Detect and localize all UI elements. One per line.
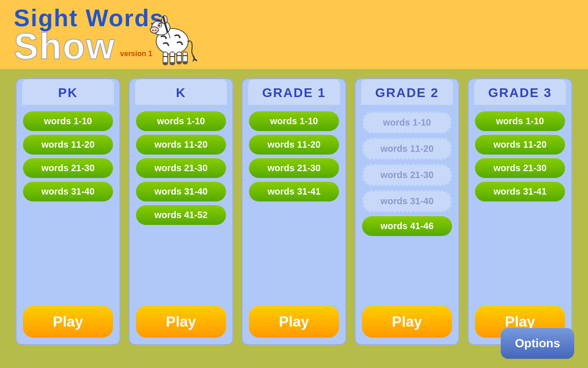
word-button-grade3-0[interactable]: words 1-10 xyxy=(475,111,565,131)
word-button-grade1-0[interactable]: words 1-10 xyxy=(249,111,339,131)
word-button-grade2-0[interactable]: words 1-10 xyxy=(362,111,452,134)
word-button-k-0[interactable]: words 1-10 xyxy=(136,111,226,131)
svg-point-3 xyxy=(153,30,154,31)
play-button-pk[interactable]: Play xyxy=(23,306,113,338)
svg-rect-17 xyxy=(163,62,168,65)
word-button-grade1-3[interactable]: words 31-41 xyxy=(249,182,339,201)
grade-header-grade1: GRADE 1 xyxy=(248,79,340,105)
grade-title-pk: PK xyxy=(58,86,78,100)
grade-card-grade1: GRADE 1words 1-10words 11-20words 21-30w… xyxy=(242,78,346,345)
word-button-grade2-3[interactable]: words 31-40 xyxy=(362,190,452,213)
word-button-pk-3[interactable]: words 31-40 xyxy=(23,182,113,201)
svg-rect-19 xyxy=(177,61,181,64)
grade-card-k: Kwords 1-10words 11-20words 21-30words 3… xyxy=(129,78,233,345)
grade-title-grade2: GRADE 2 xyxy=(375,86,439,100)
svg-rect-20 xyxy=(183,61,187,64)
main-content: PKwords 1-10words 11-20words 21-30words … xyxy=(0,69,588,368)
word-button-grade2-1[interactable]: words 11-20 xyxy=(362,138,452,160)
svg-point-7 xyxy=(158,24,159,25)
header: Sight Words Show version 1 xyxy=(0,0,588,69)
zebra-icon xyxy=(147,2,198,67)
grade-card-grade2: GRADE 2words 1-10words 11-20words 21-30w… xyxy=(355,78,459,345)
play-button-grade2[interactable]: Play xyxy=(362,306,452,338)
logo-area: Sight Words Show version 1 xyxy=(14,6,164,63)
word-button-grade3-2[interactable]: words 21-30 xyxy=(475,158,565,178)
word-button-k-2[interactable]: words 21-30 xyxy=(136,158,226,178)
svg-point-4 xyxy=(155,30,157,31)
grade-title-grade3: GRADE 3 xyxy=(488,86,552,100)
word-button-pk-0[interactable]: words 1-10 xyxy=(23,111,113,131)
word-button-k-1[interactable]: words 11-20 xyxy=(136,135,226,155)
svg-rect-18 xyxy=(170,62,175,65)
options-button[interactable]: Options xyxy=(501,328,574,359)
word-button-pk-1[interactable]: words 11-20 xyxy=(23,135,113,155)
word-button-k-4[interactable]: words 41-52 xyxy=(136,205,226,225)
grade-card-pk: PKwords 1-10words 11-20words 21-30words … xyxy=(16,78,120,345)
word-button-grade3-3[interactable]: words 31-41 xyxy=(475,182,565,201)
word-button-grade1-1[interactable]: words 11-20 xyxy=(249,135,339,155)
grade-card-grade3: GRADE 3words 1-10words 11-20words 21-30w… xyxy=(468,78,572,345)
word-button-pk-2[interactable]: words 21-30 xyxy=(23,158,113,178)
grade-title-k: K xyxy=(176,86,186,100)
word-button-grade2-2[interactable]: words 21-30 xyxy=(362,164,452,186)
grade-title-grade1: GRADE 1 xyxy=(262,86,326,100)
show-text: Show xyxy=(14,30,115,63)
word-button-k-3[interactable]: words 31-40 xyxy=(136,182,226,201)
word-button-grade3-1[interactable]: words 11-20 xyxy=(475,135,565,155)
play-button-grade1[interactable]: Play xyxy=(249,306,339,338)
word-button-grade2-4[interactable]: words 41-46 xyxy=(362,216,452,236)
grade-header-grade2: GRADE 2 xyxy=(361,79,453,105)
play-button-k[interactable]: Play xyxy=(136,306,226,338)
grade-header-grade3: GRADE 3 xyxy=(474,79,566,105)
svg-point-2 xyxy=(150,27,158,33)
grade-header-k: K xyxy=(135,79,227,105)
word-button-grade1-2[interactable]: words 21-30 xyxy=(249,158,339,178)
grade-header-pk: PK xyxy=(22,79,114,105)
